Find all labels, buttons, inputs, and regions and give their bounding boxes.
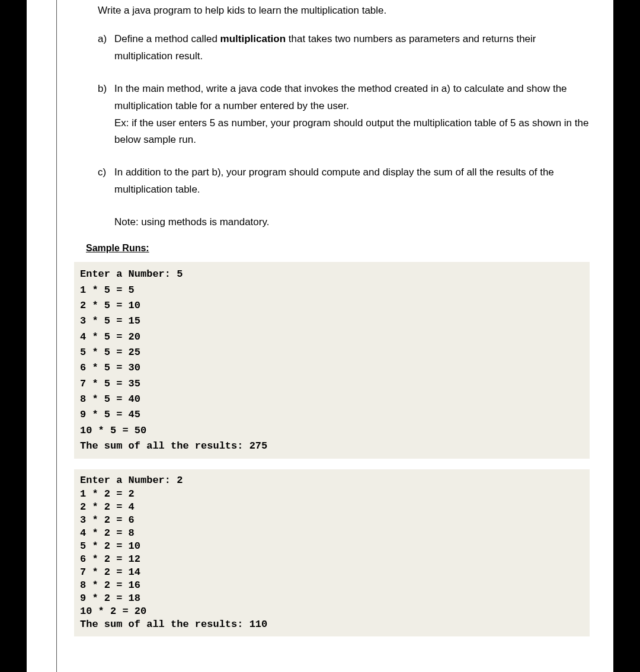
sample-run-1: Enter a Number: 5 1 * 5 = 5 2 * 5 = 10 3… xyxy=(74,262,590,459)
item-a-body: Define a method called multiplication th… xyxy=(114,31,590,65)
margin-line xyxy=(56,0,57,672)
sample-run-2: Enter a Number: 2 1 * 2 = 2 2 * 2 = 4 3 … xyxy=(74,469,590,636)
item-b-body: In the main method, write a java code th… xyxy=(114,81,590,149)
item-c-body: In addition to the part b), your program… xyxy=(114,164,590,199)
item-b-line1: In the main method, write a java code th… xyxy=(114,81,590,115)
item-b-label: b) xyxy=(98,81,114,149)
item-a-text-before: Define a method called xyxy=(114,33,220,44)
item-b: b) In the main method, write a java code… xyxy=(98,81,590,149)
intro-paragraph: Write a java program to help kids to lea… xyxy=(98,5,590,17)
document-content: Write a java program to help kids to lea… xyxy=(62,0,590,636)
item-c-label: c) xyxy=(98,164,114,199)
item-a: a) Define a method called multiplication… xyxy=(98,31,590,65)
item-c: c) In addition to the part b), your prog… xyxy=(98,164,590,199)
item-b-line2: Ex: if the user enters 5 as number, your… xyxy=(114,115,590,149)
sample-runs-heading: Sample Runs: xyxy=(86,243,590,254)
document-page: Write a java program to help kids to lea… xyxy=(27,0,613,672)
item-a-bold: multiplication xyxy=(220,33,286,44)
item-a-label: a) xyxy=(98,31,114,65)
note-paragraph: Note: using methods is mandatory. xyxy=(114,214,590,230)
